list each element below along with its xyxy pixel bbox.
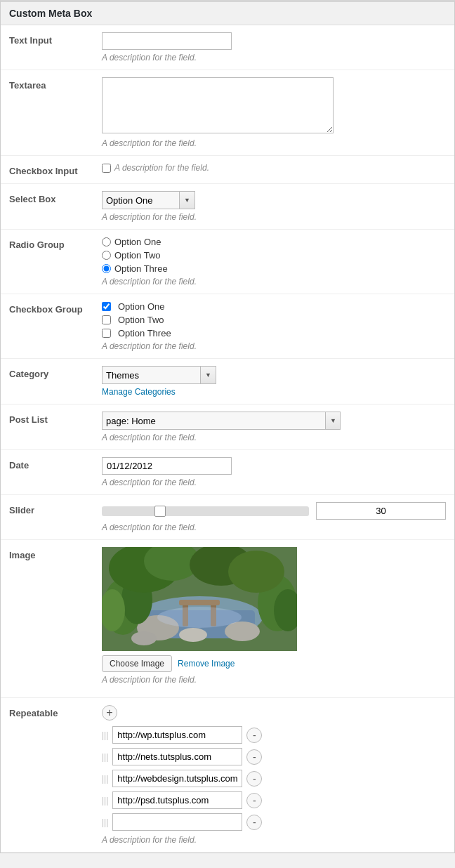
custom-meta-box: Custom Meta Box Text Input A description…: [0, 0, 455, 853]
repeatable-input-1[interactable]: [112, 726, 242, 744]
slider-row: Slider A description for the field.: [1, 495, 454, 540]
svg-point-6: [131, 631, 157, 645]
radio-label-2: Option Two: [114, 250, 161, 261]
date-label: Date: [1, 450, 96, 495]
checkbox-group-label: Checkbox Group: [1, 294, 96, 359]
text-input-label: Text Input: [1, 25, 96, 70]
repeatable-input-5[interactable]: [112, 813, 242, 831]
repeatable-remove-4[interactable]: -: [246, 793, 262, 808]
image-row: Image: [1, 540, 454, 698]
repeatable-add-button[interactable]: +: [102, 705, 117, 721]
image-buttons: Choose Image Remove Image: [102, 655, 446, 672]
checkbox-group-input-1[interactable]: [102, 302, 111, 311]
textarea-description: A description for the field.: [102, 138, 446, 148]
post-list-label: Post List: [1, 405, 96, 450]
radio-option-1[interactable]: Option One: [102, 237, 446, 247]
drag-handle-5[interactable]: |||: [102, 817, 108, 827]
repeatable-remove-3[interactable]: -: [246, 771, 262, 787]
slider-track[interactable]: [102, 506, 309, 516]
radio-input-3[interactable]: [102, 264, 111, 273]
repeatable-remove-1[interactable]: -: [246, 728, 262, 743]
post-list-arrow[interactable]: ▼: [325, 412, 341, 430]
svg-rect-9: [179, 600, 220, 605]
repeatable-row-container: Repeatable + ||| - ||| - ||| -: [1, 698, 454, 853]
repeatable-remove-2[interactable]: -: [246, 749, 262, 765]
post-list-select[interactable]: page: Home page: About page: Contact: [102, 412, 325, 430]
radio-group-cell: Option One Option Two Option Three A des…: [96, 230, 454, 294]
category-select-field[interactable]: Themes Category 2: [102, 366, 200, 384]
textarea-label: Textarea: [1, 70, 96, 156]
checkbox-input-field[interactable]: [102, 164, 111, 173]
checkbox-group-cell: Option One Option Two Option Three A des…: [96, 294, 454, 359]
svg-point-19: [157, 607, 242, 628]
radio-group-wrapper: Option One Option Two Option Three: [102, 237, 446, 274]
radio-input-2[interactable]: [102, 251, 111, 260]
date-input-field[interactable]: [102, 457, 232, 475]
checkbox-input-description: A description for the field.: [114, 163, 209, 173]
choose-image-button[interactable]: Choose Image: [102, 655, 172, 672]
radio-label-1: Option One: [114, 237, 161, 247]
category-select-wrapper: Themes Category 2 ▼: [102, 366, 216, 384]
repeatable-item-4: ||| -: [102, 791, 446, 809]
checkbox-group-description: A description for the field.: [102, 341, 446, 351]
textarea-row: Textarea A description for the field.: [1, 70, 454, 156]
drag-handle-3[interactable]: |||: [102, 774, 108, 784]
date-row: Date A description for the field.: [1, 450, 454, 495]
slider-cell: A description for the field.: [96, 495, 454, 540]
repeatable-input-2[interactable]: [112, 748, 242, 765]
repeatable-item-2: ||| -: [102, 748, 446, 765]
repeatable-input-3[interactable]: [112, 770, 242, 787]
textarea-field[interactable]: [102, 77, 334, 133]
category-row: Category Themes Category 2 ▼ Manage Cate…: [1, 359, 454, 405]
repeatable-input-4[interactable]: [112, 791, 242, 809]
slider-value-input[interactable]: [316, 502, 446, 520]
radio-option-2[interactable]: Option Two: [102, 250, 446, 261]
drag-handle-2[interactable]: |||: [102, 752, 108, 762]
post-list-wrapper: page: Home page: About page: Contact ▼: [102, 412, 341, 430]
text-input-field[interactable]: [102, 32, 232, 50]
checkbox-group-option-1[interactable]: Option One: [102, 301, 446, 312]
slider-thumb[interactable]: [154, 506, 166, 517]
select-box-arrow[interactable]: ▼: [179, 191, 195, 209]
image-cell: Choose Image Remove Image A description …: [96, 540, 454, 698]
radio-option-3[interactable]: Option Three: [102, 263, 446, 274]
repeatable-item-1: ||| -: [102, 726, 446, 744]
post-list-description: A description for the field.: [102, 433, 446, 442]
text-input-description: A description for the field.: [102, 53, 446, 63]
checkbox-input-wrapper: A description for the field.: [102, 163, 446, 173]
remove-image-link[interactable]: Remove Image: [178, 659, 235, 669]
checkbox-group-input-2[interactable]: [102, 315, 111, 324]
image-label: Image: [1, 540, 96, 698]
checkbox-group-label-3: Option Three: [118, 328, 171, 338]
slider-label: Slider: [1, 495, 96, 540]
manage-categories-link[interactable]: Manage Categories: [102, 387, 446, 397]
post-list-cell: page: Home page: About page: Contact ▼ A…: [96, 405, 454, 450]
repeatable-item-3: ||| -: [102, 770, 446, 787]
select-box-field[interactable]: Option One Option Two Option Three: [102, 191, 179, 209]
drag-handle-1[interactable]: |||: [102, 730, 108, 740]
category-label: Category: [1, 359, 96, 405]
repeatable-label: Repeatable: [1, 698, 96, 853]
radio-input-1[interactable]: [102, 237, 111, 246]
meta-table: Text Input A description for the field. …: [1, 25, 454, 853]
image-container: Choose Image Remove Image A description …: [102, 547, 446, 685]
image-preview: [102, 547, 297, 651]
checkbox-group-input-3[interactable]: [102, 329, 111, 338]
repeatable-cell: + ||| - ||| - ||| - ||: [96, 698, 454, 853]
post-list-row: Post List page: Home page: About page: C…: [1, 405, 454, 450]
image-description: A description for the field.: [102, 675, 446, 685]
date-cell: A description for the field.: [96, 450, 454, 495]
meta-box-title: Custom Meta Box: [1, 2, 454, 25]
checkbox-group-row: Checkbox Group Option One Option Two Opt…: [1, 294, 454, 359]
checkbox-group-option-2[interactable]: Option Two: [102, 315, 446, 325]
checkbox-group-label-2: Option Two: [118, 315, 164, 325]
drag-handle-4[interactable]: |||: [102, 796, 108, 805]
textarea-cell: A description for the field.: [96, 70, 454, 156]
select-box-wrapper: Option One Option Two Option Three ▼: [102, 191, 195, 209]
category-select-arrow[interactable]: ▼: [200, 366, 216, 384]
checkbox-input-row: Checkbox Input A description for the fie…: [1, 156, 454, 184]
checkbox-group-option-3[interactable]: Option Three: [102, 328, 446, 338]
checkbox-input-cell: A description for the field.: [96, 156, 454, 184]
radio-label-3: Option Three: [114, 263, 168, 274]
repeatable-remove-5[interactable]: -: [246, 815, 262, 830]
